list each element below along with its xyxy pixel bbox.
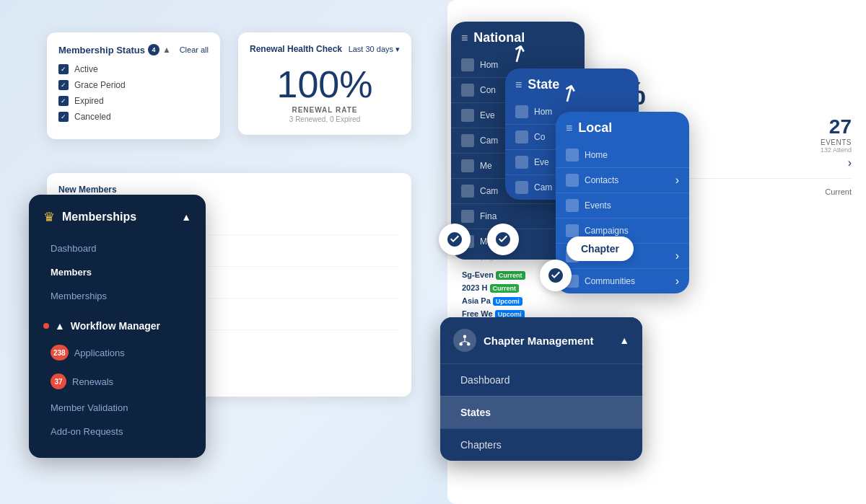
state-nav-icon — [515, 131, 528, 143]
checkbox-expired-label: Expired — [74, 96, 104, 106]
chevron-right-icon[interactable]: › — [821, 156, 852, 169]
state-nav-events[interactable]: Eve — [534, 157, 549, 167]
checkbox-canceled-label: Canceled — [74, 112, 111, 122]
state-nav-icon — [515, 156, 528, 169]
hamburger-icon-state[interactable]: ≡ — [515, 79, 522, 92]
arrow-state-local — [487, 224, 519, 255]
chapter-mgmt-item-states[interactable]: States — [440, 396, 642, 428]
chapter-management-dropdown: Chapter Management ▲ Dashboard States Ch… — [440, 317, 642, 461]
new-members-title: New Members — [58, 185, 400, 195]
state-nav-cam[interactable]: Cam — [534, 182, 552, 193]
checkbox-grace-box[interactable] — [58, 80, 69, 90]
checkbox-list: Active Grace Period Expired Canceled — [58, 64, 209, 122]
chapter-mgmt-chevron-icon[interactable]: ▲ — [619, 335, 629, 346]
local-nav-home[interactable]: Home — [585, 150, 608, 160]
crown-icon: ♛ — [43, 209, 55, 225]
state-nav-icon — [515, 105, 528, 118]
sidebar-item-member-validation[interactable]: Member Validation — [29, 396, 206, 420]
workflow-collapse-icon[interactable]: ▲ — [55, 320, 65, 332]
local-nav-events[interactable]: Events — [585, 200, 611, 211]
nav-icon — [461, 134, 474, 147]
applications-badge: 238 — [51, 345, 69, 361]
nav-item-home[interactable]: Hom — [480, 60, 498, 70]
renewals-label: Renewals — [72, 376, 113, 387]
chapter-mgmt-item-dashboard[interactable]: Dashboard — [440, 363, 642, 396]
sidebar-header-left: ♛ Memberships — [43, 209, 136, 225]
renewal-rate-label: RENEWAL RATE — [250, 106, 400, 114]
sidebar-item-members[interactable]: Members — [29, 260, 206, 284]
chapter-mgmt-item-chapters[interactable]: Chapters — [440, 428, 642, 461]
phone-local: ≡ Local Home Contacts › Events Campaigns… — [556, 112, 689, 293]
workflow-section-left: ▲ Workflow Manager — [43, 320, 160, 332]
hamburger-icon-local[interactable]: ≡ — [566, 122, 572, 135]
local-nav-contacts[interactable]: Contacts — [585, 175, 618, 185]
checkbox-expired: Expired — [58, 96, 209, 106]
checkbox-expired-box[interactable] — [58, 96, 69, 106]
renewal-filter-button[interactable]: Last 30 days ▾ — [349, 45, 400, 54]
nav-icon — [461, 84, 474, 97]
state-nav-home[interactable]: Hom — [534, 107, 552, 117]
contacts-expand-icon[interactable]: › — [675, 174, 679, 187]
arrow-national-state — [439, 224, 471, 255]
renewal-percentage: 100% — [250, 66, 400, 103]
chapter-label-overlay: Chapter — [567, 236, 634, 261]
nav-icon — [461, 159, 474, 172]
workflow-alert-dot — [43, 323, 49, 329]
membership-status-header: Membership Status 4 ▲ Clear all — [58, 44, 209, 56]
nav-icon — [461, 185, 474, 198]
chapter-mgmt-title: Chapter Management — [484, 335, 594, 347]
renewals-badge: 37 — [51, 373, 66, 389]
renewal-health-card: Renewal Health Check Last 30 days ▾ 100%… — [238, 32, 411, 135]
state-nav-icon — [515, 181, 528, 194]
applications-label: Applications — [74, 348, 125, 358]
events-label: EVENTS — [821, 138, 852, 146]
clear-all-button[interactable]: Clear all — [180, 45, 209, 54]
chapter-mgmt-icon — [453, 329, 476, 352]
events-block: 27 EVENTS 132 Attend › — [821, 115, 852, 169]
chapter-mgmt-header[interactable]: Chapter Management ▲ — [440, 317, 642, 363]
local-nav-campaigns[interactable]: Campaigns — [585, 226, 629, 236]
nav-item-me[interactable]: Me — [480, 161, 492, 171]
checkbox-active: Active — [58, 64, 209, 74]
events-value: 27 — [821, 115, 852, 138]
svg-line-8 — [465, 342, 468, 343]
sidebar-title: Memberships — [62, 211, 136, 224]
renewal-header: Renewal Health Check Last 30 days ▾ — [250, 44, 400, 54]
events-sub: 132 Attend — [821, 146, 852, 154]
svg-point-3 — [463, 335, 467, 339]
state-nav-contacts[interactable]: Co — [534, 132, 545, 142]
sidebar-collapse-icon[interactable]: ▲ — [181, 211, 191, 223]
sidebar-item-dashboard[interactable]: Dashboard — [29, 236, 206, 260]
filter-count-badge: 4 — [148, 44, 159, 56]
membership-status-title: Membership Status 4 ▲ — [58, 44, 171, 56]
nav-item-cam[interactable]: Cam — [480, 136, 498, 146]
checkbox-canceled: Canceled — [58, 112, 209, 122]
svg-point-4 — [460, 342, 463, 346]
sidebar-item-addon-requests[interactable]: Add-on Requests — [29, 420, 206, 443]
local-nav-icon — [566, 199, 579, 212]
nav-icon — [461, 58, 474, 71]
checkbox-active-box[interactable] — [58, 64, 69, 74]
current-column-label: Current — [825, 187, 852, 196]
hamburger-icon[interactable]: ≡ — [461, 32, 468, 45]
nav-item-fina[interactable]: Fina — [480, 211, 497, 221]
nav-item-events[interactable]: Eve — [480, 110, 495, 120]
nav-item-cam2[interactable]: Cam — [480, 186, 498, 196]
communities-expand-icon[interactable]: › — [675, 275, 679, 288]
arrow-local-chapter — [540, 260, 572, 291]
renewal-sub-label: 3 Renewed, 0 Expired — [250, 115, 400, 123]
checkbox-grace: Grace Period — [58, 80, 209, 90]
sidebar-header: ♛ Memberships ▲ — [29, 209, 206, 236]
checkbox-canceled-box[interactable] — [58, 112, 69, 122]
sidebar-item-applications[interactable]: 238 Applications — [29, 338, 206, 367]
nav-icon — [461, 210, 474, 223]
campaign-item-3: Asia Pa Upcomi — [462, 294, 852, 307]
phone-local-header: ≡ Local — [556, 112, 689, 143]
nav-item-contacts[interactable]: Con — [480, 85, 496, 95]
nav-icon — [461, 109, 474, 122]
sidebar-item-renewals[interactable]: 37 Renewals — [29, 367, 206, 396]
sidebar-item-memberships[interactable]: Memberships — [29, 284, 206, 308]
workflow-section: ▲ Workflow Manager 238 Applications 37 R… — [29, 314, 206, 443]
finance-expand-icon[interactable]: › — [675, 249, 679, 262]
local-nav-communities[interactable]: Communities — [585, 276, 635, 286]
